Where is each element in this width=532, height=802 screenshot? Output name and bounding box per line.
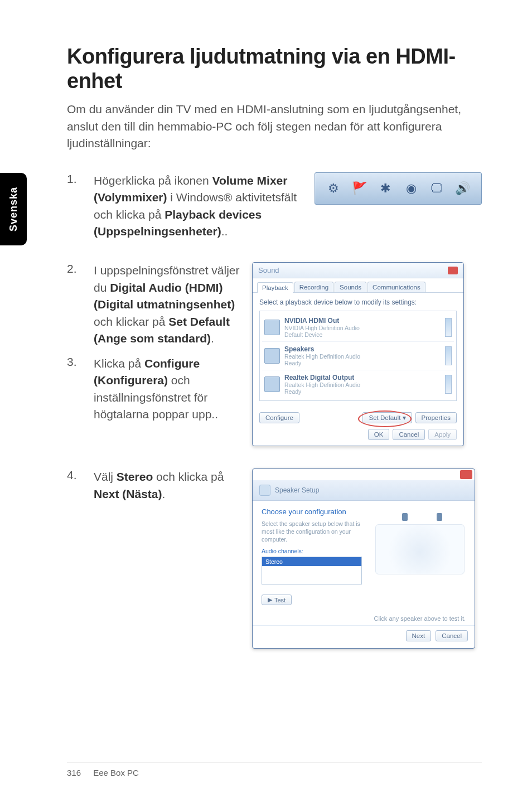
tray-flag-icon: 🚩 — [350, 180, 368, 197]
speaker-preview — [370, 508, 466, 591]
speaker-icon — [259, 485, 270, 496]
left-column: 2. I uppspelningsfönstret väljer du Digi… — [67, 262, 240, 423]
device-name: NVIDIA HDMI Out — [284, 317, 441, 325]
text: Välj — [94, 470, 117, 483]
sound-dialog-titlebar: Sound — [253, 263, 463, 278]
step-text: I uppspelningsfönstret väljer du Digital… — [94, 262, 240, 347]
room-image — [375, 524, 465, 574]
step-number: 1. — [67, 172, 81, 240]
step-text: Högerklicka på ikonen Volume Mixer (Voly… — [94, 172, 302, 240]
bold: Digital Audio (HDMI) (Digital utmatnings… — [94, 281, 235, 311]
speaker-left-icon — [402, 513, 408, 521]
device-icon — [264, 348, 280, 364]
bold: Stereo — [117, 470, 153, 483]
device-sub: Realtek High Definition Audio — [284, 353, 441, 360]
device-icon — [264, 320, 280, 335]
text: .. — [221, 225, 228, 238]
ok-button[interactable]: OK — [368, 429, 390, 440]
channels-selected: Stereo — [262, 557, 361, 566]
close-icon[interactable] — [448, 267, 458, 274]
device-item[interactable]: NVIDIA HDMI Out NVIDIA High Definition A… — [262, 313, 454, 342]
side-language-tab: Svenska — [0, 173, 27, 245]
step-text: Välj Stereo och klicka på Next (Nästa). — [94, 468, 240, 503]
text: och klicka på — [153, 470, 224, 483]
system-tray-screenshot: ⚙ 🚩 ✱ ◉ 🖵 🔊 — [315, 172, 482, 205]
label: Set Default — [369, 414, 400, 421]
text: och klickar på — [94, 315, 168, 328]
side-language-label: Svenska — [8, 187, 20, 231]
left-column: 4. Välj Stereo och klicka på Next (Nästa… — [67, 468, 240, 503]
label: Test — [274, 597, 286, 603]
sound-tabs: Playback Recording Sounds Communications — [253, 278, 463, 293]
audio-channels-label: Audio channels: — [262, 548, 362, 554]
properties-button[interactable]: Properties — [415, 412, 457, 423]
device-status: Default Device — [284, 331, 441, 338]
text: Klicka på — [94, 357, 144, 370]
apply-button[interactable]: Apply — [428, 429, 457, 440]
sound-footer: Configure Set Default ▾ Properties — [253, 407, 463, 429]
close-icon[interactable] — [460, 470, 472, 479]
tray-icon: ⚙ — [325, 180, 342, 197]
tray-network-icon: 🖵 — [428, 180, 446, 197]
page-content: Konfigurera ljudutmatning via en HDMI-en… — [0, 0, 532, 693]
level-meter — [445, 346, 452, 365]
step-number: 2. — [67, 262, 81, 347]
device-item[interactable]: Speakers Realtek High Definition Audio R… — [262, 342, 454, 370]
text: . — [211, 332, 214, 345]
config-desc: Select the speaker setup below that is m… — [262, 520, 362, 543]
tray-volume-icon: 🔊 — [454, 180, 472, 197]
tab-playback[interactable]: Playback — [257, 282, 293, 293]
device-icon — [264, 376, 280, 392]
speaker-note: Click any speaker above to test it. — [262, 615, 466, 622]
level-meter — [445, 375, 452, 394]
speaker-body: Choose your configuration Select the spe… — [253, 501, 475, 612]
tab-recording[interactable]: Recording — [294, 282, 333, 292]
tray-bluetooth-icon: ✱ — [376, 180, 394, 197]
device-sub: NVIDIA High Definition Audio — [284, 325, 441, 331]
sound-instructions: Select a playback device below to modify… — [259, 298, 457, 306]
cancel-button[interactable]: Cancel — [393, 429, 425, 440]
tray-icon: ◉ — [402, 180, 420, 197]
next-button[interactable]: Next — [406, 630, 432, 641]
speaker-header-title: Speaker Setup — [275, 486, 319, 494]
speaker-right-icon — [437, 513, 442, 521]
speaker-setup-screenshot: Speaker Setup Choose your configuration … — [252, 468, 475, 649]
bold: Next (Nästa) — [94, 487, 162, 500]
tab-sounds[interactable]: Sounds — [335, 282, 366, 292]
speaker-topbar — [253, 469, 475, 480]
level-meter — [445, 318, 452, 337]
highlight-circle: Set Default ▾ — [362, 414, 412, 422]
speaker-left: Choose your configuration Select the spe… — [262, 508, 362, 605]
channels-listbox[interactable]: Stereo — [262, 557, 362, 584]
step-number: 3. — [67, 355, 81, 423]
speaker-footer: Next Cancel — [253, 625, 475, 648]
sound-dialog-screenshot: Sound Playback Recording Sounds Communic… — [252, 262, 464, 446]
tab-communications[interactable]: Communications — [367, 282, 425, 292]
intro-text: Om du använder din TV med en HDMI-anslut… — [67, 101, 482, 152]
device-sub: Realtek High Definition Audio — [284, 381, 441, 388]
device-status: Ready — [284, 388, 441, 395]
test-button[interactable]: ▶ Test — [262, 595, 292, 605]
device-name: Realtek Digital Output — [284, 374, 441, 381]
step-2-3-row: 2. I uppspelningsfönstret väljer du Digi… — [67, 262, 482, 446]
speaker-header: Speaker Setup — [253, 480, 475, 501]
sound-dialog-title: Sound — [258, 266, 279, 274]
step-1: 1. Högerklicka på ikonen Volume Mixer (V… — [67, 172, 482, 240]
footer-title: Eee Box PC — [93, 768, 139, 777]
cancel-button[interactable]: Cancel — [436, 630, 468, 641]
choose-config-label: Choose your configuration — [262, 508, 362, 516]
page-footer: 316 Eee Box PC — [67, 762, 482, 777]
device-status: Ready — [284, 360, 441, 366]
device-item[interactable]: Realtek Digital Output Realtek High Defi… — [262, 370, 454, 398]
step-4-row: 4. Välj Stereo och klicka på Next (Nästa… — [67, 468, 482, 649]
page-title: Konfigurera ljudutmatning via en HDMI-en… — [67, 45, 482, 93]
page-number: 316 — [67, 768, 81, 777]
dialog-buttons: OK Cancel Apply — [253, 429, 463, 446]
set-default-button[interactable]: Set Default ▾ — [362, 412, 412, 423]
configure-button[interactable]: Configure — [259, 412, 299, 423]
step-number: 4. — [67, 468, 81, 503]
text: . — [162, 487, 166, 500]
step-text: Klicka på Configure (Konfigurera) och in… — [94, 355, 240, 423]
device-list: NVIDIA HDMI Out NVIDIA High Definition A… — [259, 311, 457, 401]
text: Högerklicka på ikonen — [94, 174, 212, 187]
